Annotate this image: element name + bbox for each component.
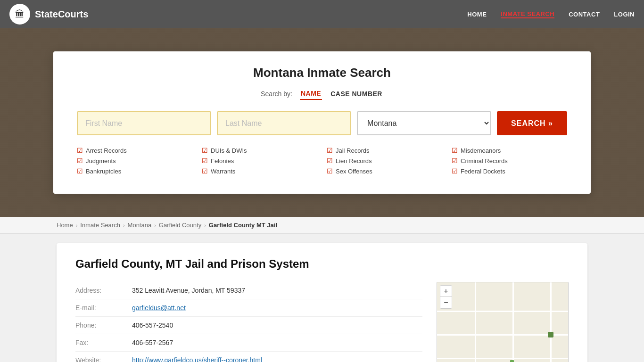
logo-icon: 🏛 bbox=[9, 4, 30, 25]
breadcrumb-sep-2: › bbox=[123, 222, 125, 228]
map-road bbox=[437, 358, 568, 359]
map-zoom-out[interactable]: − bbox=[440, 297, 452, 308]
checkbox-misdemeanors: ☑ Misdemeanors bbox=[452, 147, 567, 154]
checkbox-arrest-records: ☑ Arrest Records bbox=[77, 147, 192, 154]
nav-home[interactable]: HOME bbox=[467, 11, 487, 18]
checkbox-felonies: ☑ Felonies bbox=[202, 157, 317, 165]
map-container[interactable]: + − bbox=[437, 282, 569, 362]
search-button[interactable]: SEARCH » bbox=[497, 111, 567, 135]
last-name-input[interactable] bbox=[217, 111, 351, 135]
map-road bbox=[550, 282, 552, 362]
check-icon: ☑ bbox=[77, 167, 83, 175]
info-table: Address: 352 Leavitt Avenue, Jordan, MT … bbox=[75, 282, 422, 362]
facility-title: Garfield County, MT Jail and Prison Syst… bbox=[75, 257, 569, 271]
checkbox-label: Criminal Records bbox=[461, 157, 508, 165]
checkbox-label: Lien Records bbox=[336, 157, 372, 165]
nav-login[interactable]: LOGIN bbox=[614, 11, 635, 18]
map-section: + − bbox=[437, 282, 569, 362]
checkbox-jail-records: ☑ Jail Records bbox=[327, 147, 442, 154]
first-name-input[interactable] bbox=[77, 111, 211, 135]
breadcrumb-inmate-search[interactable]: Inmate Search bbox=[80, 222, 120, 229]
breadcrumb-current: Garfield County MT Jail bbox=[209, 222, 277, 229]
email-row: E-mail: garfieldus@att.net bbox=[75, 299, 422, 317]
content-with-map: Address: 352 Leavitt Avenue, Jordan, MT … bbox=[75, 282, 569, 362]
checkbox-label: Jail Records bbox=[336, 147, 370, 154]
breadcrumb-sep-3: › bbox=[154, 222, 156, 228]
checkbox-label: Sex Offenses bbox=[336, 168, 372, 175]
search-by-row: Search by: NAME CASE NUMBER bbox=[77, 88, 567, 100]
checkbox-label: Arrest Records bbox=[86, 147, 127, 154]
breadcrumb-garfield-county[interactable]: Garfield County bbox=[159, 222, 201, 229]
checkbox-sex-offenses: ☑ Sex Offenses bbox=[327, 167, 442, 175]
website-label: Website: bbox=[75, 356, 132, 362]
main-content: Garfield County, MT Jail and Prison Syst… bbox=[0, 234, 644, 362]
email-value[interactable]: garfieldus@att.net bbox=[132, 304, 186, 312]
main-nav: HOME INMATE SEARCH CONTACT LOGIN bbox=[467, 10, 635, 18]
nav-inmate-search[interactable]: INMATE SEARCH bbox=[501, 10, 554, 18]
checkbox-label: DUIs & DWIs bbox=[211, 147, 247, 154]
checkbox-label: Misdemeanors bbox=[461, 147, 501, 154]
state-select[interactable]: Montana Alabama Alaska Arizona Californi… bbox=[357, 111, 491, 135]
map-road bbox=[475, 282, 476, 362]
search-title: Montana Inmate Search bbox=[77, 66, 567, 80]
search-tab-case[interactable]: CASE NUMBER bbox=[330, 88, 383, 99]
logo-area: 🏛 StateCourts bbox=[9, 4, 88, 25]
check-icon: ☑ bbox=[327, 167, 333, 175]
check-icon: ☑ bbox=[327, 157, 333, 165]
checkbox-lien-records: ☑ Lien Records bbox=[327, 157, 442, 165]
email-label: E-mail: bbox=[75, 304, 132, 312]
checkbox-federal-dockets: ☑ Federal Dockets bbox=[452, 167, 567, 175]
map-zoom-controls: + − bbox=[440, 285, 452, 309]
checkbox-bankruptcies: ☑ Bankruptcies bbox=[77, 167, 192, 175]
site-name: StateCourts bbox=[35, 9, 88, 20]
checkbox-label: Judgments bbox=[86, 157, 116, 165]
check-icon: ☑ bbox=[202, 157, 208, 165]
checkbox-label: Bankruptcies bbox=[86, 168, 121, 175]
checkbox-label: Felonies bbox=[211, 157, 234, 165]
address-row: Address: 352 Leavitt Avenue, Jordan, MT … bbox=[75, 282, 422, 299]
map-road bbox=[437, 311, 568, 312]
check-icon: ☑ bbox=[77, 147, 83, 154]
site-header: 🏛 StateCourts HOME INMATE SEARCH CONTACT… bbox=[0, 0, 644, 28]
search-inputs-row: Montana Alabama Alaska Arizona Californi… bbox=[77, 111, 567, 135]
fax-value: 406-557-2567 bbox=[132, 339, 173, 346]
website-link[interactable]: http://www.garfieldco.us/sheriff--corone… bbox=[132, 356, 262, 362]
breadcrumb-sep-1: › bbox=[76, 222, 78, 228]
check-icon: ☑ bbox=[452, 157, 458, 165]
search-by-label: Search by: bbox=[261, 90, 292, 98]
phone-value: 406-557-2540 bbox=[132, 321, 173, 329]
phone-row: Phone: 406-557-2540 bbox=[75, 317, 422, 334]
checkbox-label: Federal Dockets bbox=[461, 168, 505, 175]
map-road bbox=[512, 282, 514, 362]
check-icon: ☑ bbox=[202, 147, 208, 154]
breadcrumb-home[interactable]: Home bbox=[57, 222, 73, 229]
fax-label: Fax: bbox=[75, 339, 132, 346]
checkboxes-grid: ☑ Arrest Records ☑ DUIs & DWIs ☑ Jail Re… bbox=[77, 147, 567, 175]
info-section: Address: 352 Leavitt Avenue, Jordan, MT … bbox=[75, 282, 422, 362]
check-icon: ☑ bbox=[77, 157, 83, 165]
map-zoom-in[interactable]: + bbox=[440, 286, 452, 297]
website-row: Website: http://www.garfieldco.us/sherif… bbox=[75, 352, 422, 362]
checkbox-criminal-records: ☑ Criminal Records bbox=[452, 157, 567, 165]
map-marker bbox=[548, 332, 553, 337]
phone-label: Phone: bbox=[75, 321, 132, 329]
hero-section: COURTHOUSE Montana Inmate Search Search … bbox=[0, 28, 644, 217]
map-bg bbox=[437, 282, 568, 362]
info-card: Garfield County, MT Jail and Prison Syst… bbox=[57, 243, 587, 362]
breadcrumb-sep-4: › bbox=[204, 222, 206, 228]
search-tab-name[interactable]: NAME bbox=[300, 88, 322, 100]
nav-contact[interactable]: CONTACT bbox=[569, 11, 600, 18]
check-icon: ☑ bbox=[452, 147, 458, 154]
address-label: Address: bbox=[75, 287, 132, 294]
checkbox-judgments: ☑ Judgments bbox=[77, 157, 192, 165]
checkbox-warrants: ☑ Warrants bbox=[202, 167, 317, 175]
check-icon: ☑ bbox=[327, 147, 333, 154]
check-icon: ☑ bbox=[452, 167, 458, 175]
checkbox-duis-dwis: ☑ DUIs & DWIs bbox=[202, 147, 317, 154]
breadcrumb-montana[interactable]: Montana bbox=[128, 222, 152, 229]
fax-row: Fax: 406-557-2567 bbox=[75, 334, 422, 352]
address-value: 352 Leavitt Avenue, Jordan, MT 59337 bbox=[132, 287, 245, 294]
search-card: Montana Inmate Search Search by: NAME CA… bbox=[53, 51, 591, 194]
breadcrumb: Home › Inmate Search › Montana › Garfiel… bbox=[0, 217, 644, 234]
checkbox-label: Warrants bbox=[211, 168, 235, 175]
